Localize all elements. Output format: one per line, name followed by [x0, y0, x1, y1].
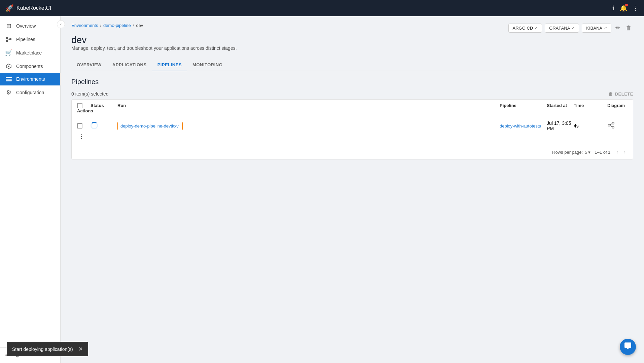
delete-button[interactable]: 🗑 DELETE	[608, 92, 633, 97]
notification-dot	[625, 4, 628, 6]
sidebar-collapse-button[interactable]: ‹	[57, 20, 65, 28]
overview-icon: ⊞	[5, 22, 12, 30]
chat-fab-button[interactable]	[620, 339, 636, 355]
page-edit-button[interactable]: ✏	[614, 23, 622, 33]
environments-icon	[5, 76, 12, 82]
pipelines-icon	[5, 36, 12, 42]
svg-rect-7	[6, 77, 12, 78]
col-run-empty	[309, 103, 500, 108]
svg-point-12	[612, 126, 614, 128]
pipelines-section-title: Pipelines	[71, 78, 633, 86]
app-name: KubeRocketCI	[16, 5, 51, 11]
more-menu-button[interactable]: ⋮	[633, 4, 639, 12]
page-nav: ‹ ›	[614, 148, 628, 156]
col-started-at: Started at	[547, 103, 574, 108]
breadcrumb-environments[interactable]: Environments	[71, 23, 98, 28]
rows-per-page-value: 5	[585, 150, 587, 155]
row-checkbox	[77, 123, 91, 129]
toast-message: Start deploying application(s)	[12, 347, 73, 352]
page-header-row: Environments / demo-pipeline / dev ARGO …	[71, 23, 633, 33]
row-started-at: Jul 17, 3:05 PM	[547, 120, 574, 131]
grafana-label: GRAFANA	[549, 26, 570, 31]
prev-page-button[interactable]: ‹	[614, 148, 620, 156]
components-icon	[5, 63, 12, 69]
toast: Start deploying application(s) ✕	[7, 342, 88, 356]
col-pipeline: Pipeline	[500, 103, 547, 108]
svg-rect-9	[6, 80, 12, 81]
sidebar-item-marketplace[interactable]: 🛒 Marketplace	[0, 46, 60, 60]
page-title: dev	[71, 35, 633, 45]
sidebar-item-components[interactable]: Components	[0, 60, 60, 73]
sidebar-item-pipelines-label: Pipelines	[16, 37, 35, 42]
kibana-label: KIBANA	[586, 26, 602, 31]
rocket-icon: 🚀	[5, 4, 14, 12]
kibana-button[interactable]: KIBANA ↗	[582, 24, 611, 33]
tab-overview[interactable]: OVERVIEW	[71, 59, 107, 71]
row-more-button[interactable]: ⋮	[77, 131, 86, 141]
diagram-icon[interactable]	[607, 123, 615, 130]
grafana-icon: ↗	[571, 26, 575, 30]
col-run: Run	[117, 103, 309, 108]
sidebar-item-components-label: Components	[16, 64, 43, 69]
argo-cd-icon: ↗	[534, 26, 538, 30]
sidebar-item-overview[interactable]: ⊞ Overview	[0, 19, 60, 33]
tab-pipelines[interactable]: PIPELINES	[152, 59, 187, 71]
table-toolbar: 0 item(s) selected 🗑 DELETE	[71, 91, 633, 97]
run-link[interactable]: deploy-demo-pipeline-devtkxvl	[117, 122, 183, 130]
col-actions: Actions	[77, 108, 91, 113]
sidebar-item-environments[interactable]: Environments	[0, 73, 60, 85]
sidebar-item-pipelines[interactable]: Pipelines	[0, 33, 60, 46]
grafana-button[interactable]: GRAFANA ↗	[545, 24, 579, 33]
items-selected-count: 0 item(s) selected	[71, 91, 108, 97]
tab-monitoring[interactable]: MONITORING	[187, 59, 228, 71]
svg-point-11	[612, 122, 614, 124]
col-diagram: Diagram	[607, 103, 628, 108]
notifications-button[interactable]: 🔔	[620, 4, 627, 12]
tabs: OVERVIEW APPLICATIONS PIPELINES MONITORI…	[71, 59, 633, 71]
rows-per-page-select[interactable]: 5 ▾	[585, 150, 591, 155]
top-navigation: 🚀 KubeRocketCI ℹ 🔔 ⋮	[0, 0, 644, 16]
sidebar-item-overview-label: Overview	[16, 23, 36, 29]
svg-point-10	[608, 124, 610, 126]
pipeline-link[interactable]: deploy-with-autotests	[500, 123, 541, 129]
row-select-checkbox[interactable]	[77, 123, 82, 129]
row-status	[91, 122, 117, 130]
row-time: 4s	[574, 123, 607, 129]
breadcrumb-current: dev	[136, 23, 143, 28]
top-nav-actions: ℹ 🔔 ⋮	[612, 4, 639, 12]
sidebar: ‹ ⊞ Overview Pipelines	[0, 16, 61, 363]
tab-applications[interactable]: APPLICATIONS	[107, 59, 152, 71]
delete-icon: 🗑	[608, 92, 613, 97]
page-delete-button[interactable]: 🗑	[624, 23, 633, 33]
col-status: Status	[91, 103, 117, 108]
toast-close-button[interactable]: ✕	[78, 346, 83, 352]
svg-rect-2	[9, 38, 11, 40]
svg-line-14	[610, 125, 612, 127]
info-button[interactable]: ℹ	[612, 4, 614, 12]
sidebar-item-environments-label: Environments	[16, 76, 45, 82]
argo-cd-button[interactable]: ARGO CD ↗	[508, 24, 542, 33]
next-page-button[interactable]: ›	[622, 148, 628, 156]
status-spinner	[91, 122, 98, 129]
page-info: 1–1 of 1	[595, 150, 610, 155]
header-actions: ARGO CD ↗ GRAFANA ↗ KIBANA ↗ ✏ 🗑	[508, 23, 633, 33]
sidebar-item-configuration-label: Configuration	[16, 90, 44, 95]
svg-rect-0	[6, 37, 8, 39]
select-all-checkbox[interactable]	[77, 103, 82, 108]
breadcrumb-sep-1: /	[100, 23, 101, 28]
row-actions: ⋮	[77, 131, 91, 141]
row-diagram	[607, 121, 628, 131]
col-time: Time	[574, 103, 607, 108]
breadcrumb-demo-pipeline[interactable]: demo-pipeline	[103, 23, 131, 28]
chat-icon	[624, 342, 632, 352]
table-row: deploy-demo-pipeline-devtkxvl deploy-wit…	[72, 117, 633, 145]
rows-per-page-label: Rows per page:	[552, 150, 583, 155]
rows-chevron-icon: ▾	[588, 150, 591, 155]
main-content: Environments / demo-pipeline / dev ARGO …	[61, 16, 644, 363]
kibana-icon: ↗	[604, 26, 607, 30]
sidebar-item-marketplace-label: Marketplace	[16, 50, 42, 56]
table-header: Status Run Pipeline Started at Time Diag…	[72, 100, 633, 117]
sidebar-item-configuration[interactable]: ⚙ Configuration	[0, 85, 60, 100]
breadcrumb: Environments / demo-pipeline / dev	[71, 23, 143, 28]
page-subtitle: Manage, deploy, test, and troubleshoot y…	[71, 45, 633, 51]
